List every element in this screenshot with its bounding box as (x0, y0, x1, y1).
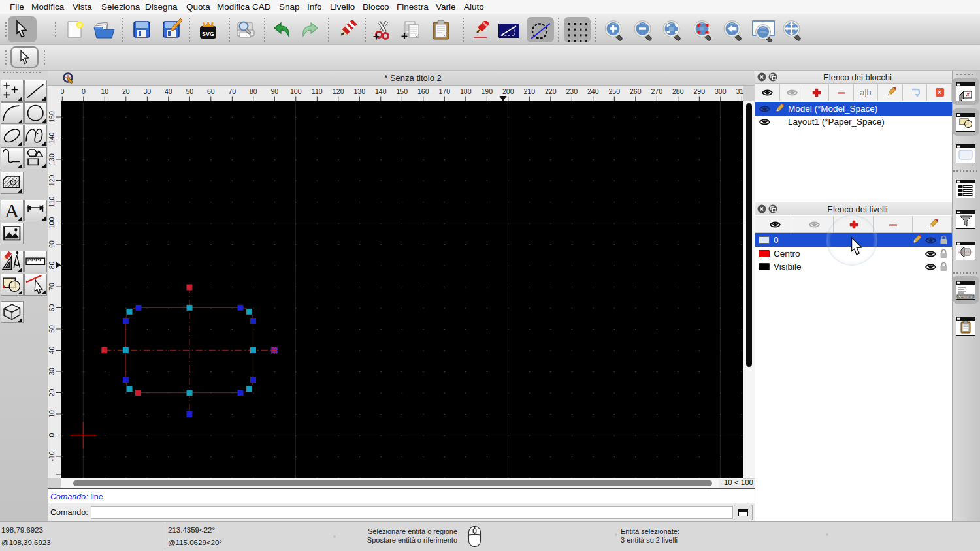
svg-text:70: 70 (228, 87, 236, 95)
svg-text:130: 130 (354, 87, 366, 95)
svg-text:40: 40 (48, 347, 56, 354)
svg-text:250: 250 (609, 87, 621, 95)
svg-text:120: 120 (48, 175, 56, 187)
svg-text:40: 40 (165, 87, 172, 95)
svg-text:0: 0 (61, 87, 64, 95)
svg-text:A: A (5, 200, 19, 221)
svg-text:300: 300 (715, 87, 727, 95)
svg-text:110: 110 (48, 196, 56, 207)
svg-text:260: 260 (630, 87, 642, 95)
svg-text:290: 290 (694, 87, 706, 95)
svg-text:0: 0 (48, 433, 56, 437)
svg-text:310: 310 (736, 87, 743, 95)
svg-text:140: 140 (48, 133, 56, 144)
svg-text:10: 10 (48, 410, 56, 418)
svg-text:170: 170 (439, 87, 451, 95)
svg-text:210: 210 (524, 87, 536, 95)
svg-text:130: 130 (48, 153, 56, 165)
svg-text:100: 100 (290, 87, 302, 95)
svg-text:220: 220 (545, 87, 557, 95)
svg-text:60: 60 (48, 304, 56, 312)
svg-text:120: 120 (333, 87, 344, 95)
svg-text:150: 150 (48, 111, 56, 123)
svg-text:30: 30 (143, 87, 151, 95)
svg-text:90: 90 (270, 87, 278, 95)
svg-text:90: 90 (48, 240, 56, 248)
svg-text:230: 230 (566, 87, 578, 95)
svg-text:60: 60 (207, 87, 215, 95)
svg-text:150: 150 (397, 87, 408, 95)
svg-text:0: 0 (82, 87, 86, 95)
svg-text:280: 280 (672, 87, 684, 95)
svg-text:70: 70 (48, 283, 56, 291)
svg-text:160: 160 (417, 87, 429, 95)
svg-text:-10: -10 (48, 451, 56, 461)
svg-text:10: 10 (101, 87, 108, 95)
svg-text:80: 80 (48, 262, 56, 270)
svg-text:180: 180 (460, 87, 472, 95)
svg-text:200: 200 (502, 87, 514, 95)
svg-text:50: 50 (186, 87, 193, 95)
svg-text:SVG: SVG (202, 31, 214, 37)
svg-text:50: 50 (48, 325, 56, 333)
svg-text:100: 100 (48, 217, 56, 229)
svg-text:270: 270 (651, 87, 663, 95)
svg-text:20: 20 (48, 389, 56, 397)
svg-text:80: 80 (250, 87, 257, 95)
svg-text:240: 240 (587, 87, 599, 95)
svg-text:110: 110 (312, 87, 323, 95)
svg-text:20: 20 (122, 87, 130, 95)
svg-text:30: 30 (48, 368, 56, 375)
svg-text:c command: c command (958, 295, 974, 298)
svg-text:190: 190 (482, 87, 493, 95)
svg-text:140: 140 (375, 87, 387, 95)
